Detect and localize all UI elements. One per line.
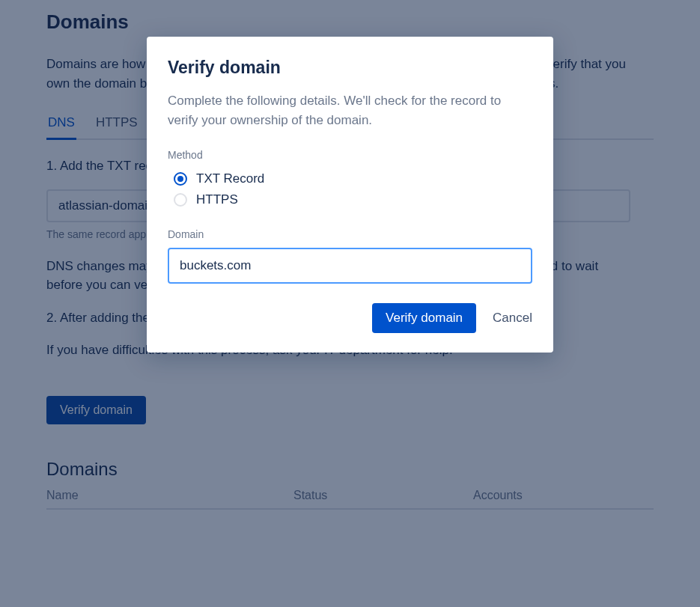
domain-label: Domain — [168, 228, 532, 240]
domain-input[interactable] — [168, 248, 532, 284]
modal-cancel-button[interactable]: Cancel — [493, 311, 532, 326]
method-option-label: TXT Record — [196, 171, 264, 186]
radio-icon — [174, 193, 187, 207]
modal-overlay[interactable]: Verify domain Complete the following det… — [0, 0, 700, 607]
method-label: Method — [168, 149, 532, 161]
method-option-label: HTTPS — [196, 192, 238, 207]
method-option-https[interactable]: HTTPS — [174, 189, 532, 210]
method-radio-group: TXT Record HTTPS — [168, 168, 532, 210]
modal-verify-button[interactable]: Verify domain — [372, 303, 476, 333]
modal-actions: Verify domain Cancel — [168, 303, 532, 333]
verify-domain-modal: Verify domain Complete the following det… — [147, 37, 553, 353]
modal-description: Complete the following details. We'll ch… — [168, 91, 532, 131]
radio-icon — [174, 172, 187, 186]
method-option-txt[interactable]: TXT Record — [174, 168, 532, 189]
modal-title: Verify domain — [168, 58, 532, 78]
